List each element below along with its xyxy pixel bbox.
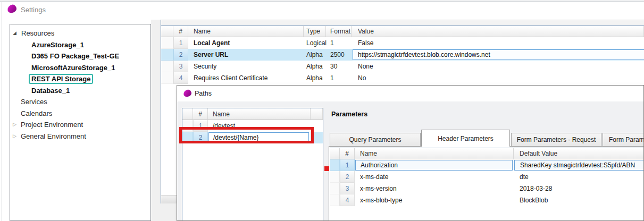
row-selector-header (330, 148, 340, 159)
sidebar-item-project-environment[interactable]: ▷ Project Environment (10, 119, 150, 131)
row-selector[interactable] (161, 37, 173, 49)
row-selector[interactable] (330, 183, 340, 194)
row-selector[interactable] (161, 72, 173, 84)
column-header-value[interactable]: Value (352, 26, 644, 37)
table-row[interactable]: 4 x-ms-blob-type BlockBlob (330, 194, 644, 206)
annotation-red-marker (324, 166, 329, 171)
tab-form-parameters-2[interactable]: Form Paramet (603, 133, 644, 146)
paths-grid: # Name 1 /devtest 2 /devtest/{Name} (182, 108, 323, 221)
tab-form-parameters-request[interactable]: Form Parameters - Request (511, 133, 601, 146)
tree-expanded-icon[interactable]: ◢ (13, 28, 19, 39)
cell-value[interactable]: None (352, 61, 644, 72)
cell-param-name[interactable]: x-ms-version (355, 183, 514, 194)
sidebar-item-calendars[interactable]: Calendars (10, 108, 150, 120)
column-header-num[interactable]: # (193, 108, 208, 120)
cell-default-value[interactable]: dte (514, 171, 644, 183)
settings-grid-header: # Name Type Format Value (161, 26, 644, 37)
cell-name[interactable]: Local Agent (188, 37, 304, 49)
cell-value[interactable]: False (352, 37, 644, 49)
sidebar-item-label: Resources (21, 28, 54, 39)
param-value-input[interactable]: SharedKey stmagictrfdevtest:S5pfd/ABN (514, 160, 644, 171)
column-header-default-value[interactable]: Default Value (514, 148, 644, 159)
row-number: 4 (173, 72, 188, 84)
window-left-border (2, 2, 2, 221)
table-row[interactable]: 4 Requires Client Certificate Alpha 1 No (161, 72, 644, 84)
column-header-num[interactable]: # (340, 148, 355, 159)
cell-value[interactable]: No (352, 72, 644, 84)
selected-tree-item-highlight[interactable]: REST API Storage (29, 74, 93, 84)
column-header-name[interactable]: Name (355, 148, 514, 159)
sidebar-item-database-1[interactable]: Database_1 (10, 85, 150, 97)
column-header-name[interactable]: Name (208, 108, 311, 120)
row-number: 1 (340, 159, 355, 171)
table-row[interactable]: 1 Local Agent Logical 1 False (161, 37, 644, 49)
cell-default-value[interactable]: BlockBlob (514, 194, 644, 206)
cell-format[interactable]: 2500 (326, 49, 352, 61)
row-selector-header (182, 108, 193, 120)
sidebar-item-rest-api-storage[interactable]: REST API Storage (10, 73, 150, 85)
row-selector[interactable] (330, 171, 340, 183)
row-selector[interactable] (161, 49, 173, 61)
column-header-name[interactable]: Name (188, 26, 304, 37)
paths-grid-header: # Name (182, 108, 323, 120)
sidebar-item-d365-fo-package-test-ge[interactable]: D365 FO Package_Test-GE (10, 50, 150, 62)
cell-default-value: SharedKey stmagictrfdevtest:S5pfd/ABN (514, 159, 644, 171)
tab-query-parameters[interactable]: Query Parameters (330, 133, 421, 146)
cell-name[interactable]: Server URL (188, 49, 304, 61)
params-grid-header: # Name Default Value (330, 148, 644, 159)
header-parameters-tab-panel: # Name Default Value 1 Authorization Sha… (329, 146, 644, 221)
cell-type[interactable]: Alpha (304, 72, 326, 84)
row-number: 1 (173, 37, 188, 49)
cell-format[interactable]: 1 (326, 37, 352, 49)
cell-type[interactable]: Logical (304, 37, 326, 49)
paths-dialog-title: Paths (195, 90, 212, 97)
server-url-input[interactable]: https://stmagictrfdevtest.blob.core.wind… (353, 49, 644, 60)
cell-name[interactable]: Requires Client Certificate (188, 72, 304, 84)
paths-dialog-icon (183, 89, 192, 98)
sidebar-item-microsoftazurestorage-1[interactable]: MicrosoftAzureStorage_1 (10, 62, 150, 74)
panel-gap (151, 20, 161, 221)
param-name-input[interactable]: Authorization (355, 160, 513, 171)
paths-dialog-titlebar[interactable]: Paths (177, 86, 643, 101)
cell-type[interactable]: Alpha (304, 61, 326, 72)
cell-default-value[interactable]: 2018-03-28 (514, 183, 644, 194)
column-header-num[interactable]: # (173, 26, 188, 37)
table-row[interactable]: 1 Authorization SharedKey stmagictrfdevt… (330, 159, 644, 171)
row-number: 3 (173, 61, 188, 72)
table-row[interactable]: 2 Server URL Alpha 2500 https://stmagict… (161, 49, 644, 61)
table-row[interactable]: 3 Security Alpha 30 None (161, 61, 644, 72)
column-header-filler (311, 108, 323, 120)
sidebar-item-label: Database_1 (31, 85, 70, 96)
row-number: 3 (340, 183, 355, 194)
cell-param-name[interactable]: x-ms-blob-type (355, 194, 514, 206)
column-header-format[interactable]: Format (326, 26, 352, 37)
tree-collapsed-icon[interactable]: ▷ (13, 119, 19, 130)
paths-dialog: Paths # Name 1 /devtest 2 /devtest/{Name… (177, 85, 644, 221)
sidebar-item-label: Project Environment (21, 119, 83, 130)
table-row[interactable]: 2 x-ms-date dte (330, 171, 644, 183)
tree-collapsed-icon[interactable]: ▷ (13, 131, 19, 142)
column-header-type[interactable]: Type (304, 26, 326, 37)
row-selector[interactable] (330, 194, 340, 206)
cell-format[interactable]: 1 (326, 72, 352, 84)
window-top-border (0, 2, 644, 2)
sidebar-item-label: AzureStorage_1 (31, 39, 84, 50)
cell-type[interactable]: Alpha (304, 49, 326, 61)
table-row[interactable]: 3 x-ms-version 2018-03-28 (330, 183, 644, 194)
cell-param-name[interactable]: x-ms-date (355, 171, 514, 183)
cell-value: https://stmagictrfdevtest.blob.core.wind… (352, 49, 644, 61)
tab-header-parameters[interactable]: Header Parameters (421, 130, 510, 147)
sidebar-item-resources[interactable]: ◢ Resources (10, 28, 150, 39)
row-selector[interactable] (161, 61, 173, 72)
header-parameters-grid: # Name Default Value 1 Authorization Sha… (330, 148, 644, 206)
window-title: Settings (21, 6, 46, 14)
settings-app-icon (7, 4, 18, 13)
row-selector[interactable] (330, 159, 340, 171)
sidebar-item-general-environment[interactable]: ▷ General Environment (10, 131, 150, 142)
cell-name[interactable]: Security (188, 61, 304, 72)
sidebar-item-services[interactable]: Services (10, 96, 150, 108)
resources-tree-panel: ◢ Resources AzureStorage_1 D365 FO Packa… (10, 24, 151, 221)
row-selector-header (161, 26, 173, 37)
cell-format[interactable]: 30 (326, 61, 352, 72)
sidebar-item-azurestorage-1[interactable]: AzureStorage_1 (10, 39, 150, 51)
